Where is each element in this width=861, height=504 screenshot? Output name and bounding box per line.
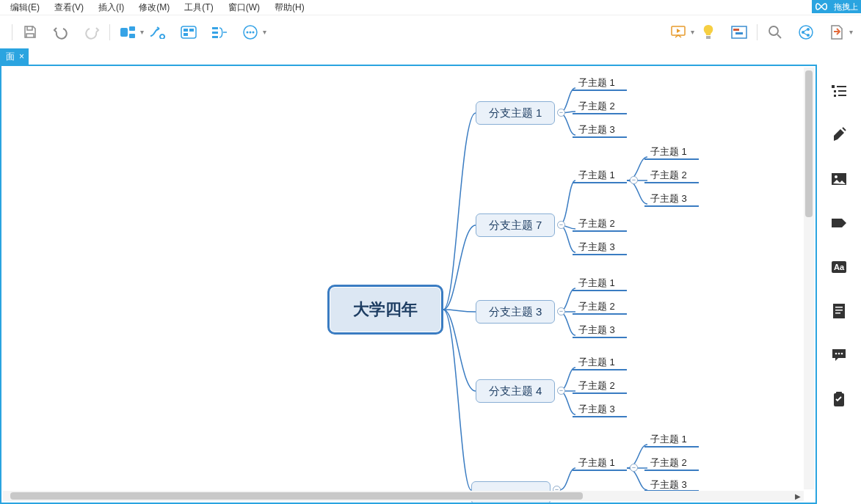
export-button[interactable] [827, 22, 847, 43]
svg-rect-3 [181, 26, 196, 38]
svg-rect-25 [837, 86, 846, 87]
drag-upload-label[interactable]: 拖拽上 [831, 0, 861, 13]
toolbar-separator [109, 24, 110, 40]
sub-topic[interactable]: 子主题 2 [578, 379, 615, 392]
chevron-down-icon[interactable]: ▾ [140, 28, 148, 36]
menu-tools[interactable]: 工具(T) [177, 1, 220, 14]
chevron-down-icon[interactable]: ▾ [849, 28, 857, 36]
mindmap-canvas[interactable]: 大学四年 分支主题 1 − 子主题 1 子主题 2 子主题 3 分支主题 7 −… [0, 65, 817, 504]
sub-topic[interactable]: 子主题 3 [650, 192, 687, 205]
presentation-button[interactable] [668, 22, 689, 43]
svg-rect-15 [706, 36, 711, 39]
relationship-button[interactable] [148, 22, 168, 43]
sub-topic[interactable]: 子主题 1 [578, 169, 615, 182]
sub-topic[interactable]: 子主题 1 [578, 76, 615, 90]
main-area: 大学四年 分支主题 1 − 子主题 1 子主题 2 子主题 3 分支主题 7 −… [0, 65, 861, 504]
toolbar: ▾ ▾ ▾ ▾ [0, 15, 861, 48]
svg-rect-8 [212, 32, 218, 34]
sub-topic[interactable]: 子主题 1 [650, 433, 687, 446]
expand-toggle-icon[interactable]: − [557, 387, 565, 395]
svg-point-13 [253, 31, 255, 33]
notes-panel-icon[interactable] [830, 302, 848, 320]
svg-point-41 [841, 353, 843, 355]
boundary-button[interactable] [178, 22, 199, 43]
menu-edit[interactable]: 编辑(E) [3, 1, 47, 14]
more-button[interactable] [240, 22, 261, 43]
sub-topic[interactable]: 子主题 1 [578, 356, 615, 369]
sub-topic[interactable]: 子主题 3 [578, 241, 615, 254]
outline-panel-icon[interactable] [830, 82, 848, 100]
scrollbar-thumb[interactable] [805, 70, 813, 217]
sub-topic[interactable]: 子主题 2 [578, 300, 615, 313]
svg-rect-43 [836, 392, 842, 395]
scroll-right-icon[interactable]: ▶ [793, 492, 802, 500]
sub-topic[interactable]: 子主题 1 [578, 456, 615, 470]
svg-text:Aa: Aa [834, 263, 845, 271]
svg-rect-5 [189, 29, 194, 32]
branch-topic[interactable]: 分支主题 1 [476, 101, 555, 125]
sub-topic[interactable]: 子主题 3 [578, 324, 615, 337]
menu-modify[interactable]: 修改(M) [131, 1, 177, 14]
svg-point-40 [838, 353, 840, 355]
gantt-button[interactable] [729, 22, 749, 43]
summary-button[interactable] [209, 22, 230, 43]
expand-toggle-icon[interactable]: − [557, 109, 565, 117]
tab-bar: 面 × [0, 48, 861, 65]
task-panel-icon[interactable] [830, 390, 848, 408]
marker-panel-icon[interactable] [830, 214, 848, 232]
search-button[interactable] [765, 22, 785, 43]
redo-button[interactable] [81, 22, 102, 43]
svg-point-19 [769, 26, 778, 35]
comments-panel-icon[interactable] [830, 346, 848, 364]
svg-point-31 [835, 175, 838, 178]
svg-rect-35 [833, 304, 845, 318]
horizontal-scrollbar[interactable]: ▶ [3, 491, 804, 501]
brainstorm-button[interactable] [698, 22, 719, 43]
undo-button[interactable] [51, 22, 71, 43]
svg-rect-0 [120, 28, 128, 37]
central-topic[interactable]: 大学四年 [327, 285, 443, 335]
branch-topic[interactable]: 分支主题 7 [476, 213, 555, 237]
svg-rect-36 [835, 307, 843, 308]
svg-rect-32 [832, 219, 842, 227]
svg-rect-27 [838, 90, 846, 92]
sub-topic[interactable]: 子主题 2 [650, 456, 687, 470]
svg-rect-28 [834, 95, 836, 97]
sub-topic[interactable]: 子主题 1 [578, 277, 615, 290]
svg-point-11 [247, 31, 249, 33]
menu-window[interactable]: 窗口(W) [221, 1, 267, 14]
chevron-down-icon[interactable]: ▾ [263, 28, 270, 36]
scrollbar-thumb[interactable] [10, 492, 583, 500]
infinity-logo-icon [812, 0, 831, 13]
expand-toggle-icon[interactable]: − [630, 176, 638, 184]
toolbar-separator [757, 24, 758, 40]
menu-help[interactable]: 帮助(H) [267, 1, 312, 14]
image-panel-icon[interactable] [830, 170, 848, 188]
expand-toggle-icon[interactable]: − [630, 464, 638, 472]
vertical-scrollbar[interactable] [804, 67, 814, 489]
expand-toggle-icon[interactable]: − [557, 221, 565, 229]
font-panel-icon[interactable]: Aa [830, 258, 848, 276]
sub-topic[interactable]: 子主题 2 [578, 100, 615, 113]
menu-view[interactable]: 查看(V) [47, 1, 91, 14]
sub-topic[interactable]: 子主题 3 [578, 403, 615, 416]
svg-rect-37 [835, 310, 843, 311]
sub-topic[interactable]: 子主题 2 [650, 169, 687, 182]
branch-topic[interactable]: 分支主题 3 [476, 300, 555, 324]
properties-sidebar: Aa [817, 65, 861, 504]
close-tab-icon[interactable]: × [19, 51, 24, 62]
share-button[interactable] [796, 22, 816, 43]
svg-rect-4 [184, 29, 188, 32]
branch-topic[interactable]: 分支主题 4 [476, 379, 555, 403]
sub-topic[interactable]: 子主题 3 [578, 123, 615, 136]
sub-topic[interactable]: 子主题 1 [650, 145, 687, 158]
topic-button[interactable] [117, 22, 138, 43]
svg-point-12 [250, 31, 252, 33]
chevron-down-icon[interactable]: ▾ [691, 28, 698, 36]
document-tab[interactable]: 面 × [0, 48, 29, 65]
format-panel-icon[interactable] [830, 126, 848, 144]
sub-topic[interactable]: 子主题 2 [578, 217, 615, 230]
save-button[interactable] [20, 22, 40, 43]
expand-toggle-icon[interactable]: − [557, 307, 565, 315]
menu-insert[interactable]: 插入(I) [91, 1, 131, 14]
